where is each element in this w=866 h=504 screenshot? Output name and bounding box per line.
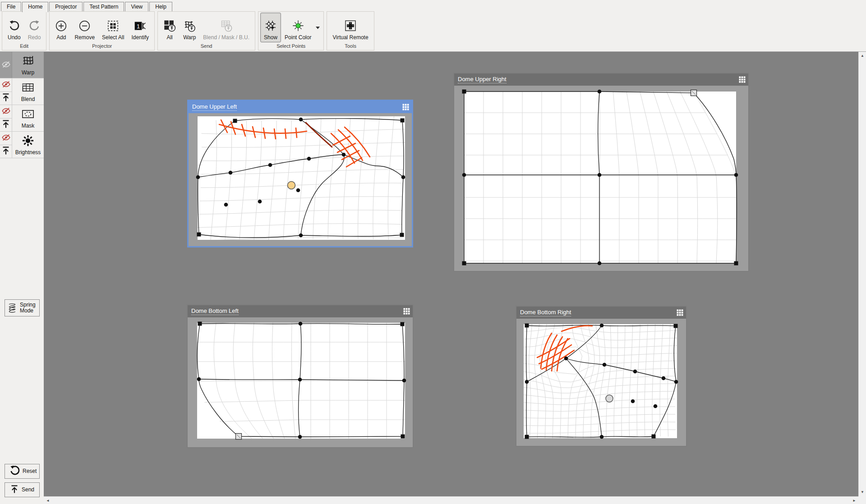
spring-icon xyxy=(7,302,18,315)
tab-test-pattern[interactable]: Test Pattern xyxy=(83,2,124,11)
send-blend-button[interactable] xyxy=(0,92,12,105)
window-title-bar[interactable]: Dome Bottom Right xyxy=(516,307,686,319)
ribbon-group-projector: AddRemoveSelect All1IdentifyProjector xyxy=(49,11,155,50)
grid-icon[interactable] xyxy=(403,308,410,315)
mode-sidebar: WarpBlendMaskBrightness Spring Mode Rese… xyxy=(0,52,44,504)
tab-view[interactable]: View xyxy=(125,2,148,11)
window-title[interactable]: Dome Bottom Left xyxy=(191,307,239,315)
mode-row-blend: Blend xyxy=(0,78,44,105)
show-icon xyxy=(264,17,277,34)
menu-tab-bar: FileHomeProjectorTest PatternViewHelp xyxy=(0,0,866,11)
sidebar-item-warp[interactable]: Warp xyxy=(12,52,44,78)
identify-button[interactable]: 1Identify xyxy=(128,13,152,42)
window-title[interactable]: Dome Upper Left xyxy=(192,103,237,111)
button-label: Point Color xyxy=(285,34,311,41)
warp-mesh-dome-bottom-right[interactable] xyxy=(524,324,677,438)
ribbon-group-send: AllWarpBlend / Mask / B.U.Send xyxy=(157,11,255,50)
ribbon-toolbar: UndoRedoEditAddRemoveSelect All1Identify… xyxy=(0,11,866,52)
add-button[interactable]: Add xyxy=(51,13,71,42)
window-title-bar[interactable]: Dome Upper Left xyxy=(189,101,412,113)
identify-icon: 1 xyxy=(134,17,146,34)
visibility-toggle-brightness[interactable] xyxy=(0,132,12,145)
button-label: Select All xyxy=(102,34,124,41)
eye-hidden-icon xyxy=(1,133,11,144)
reset-button[interactable]: Reset xyxy=(5,464,40,479)
mode-row-mask: Mask xyxy=(0,105,44,132)
projector-window-dome-bottom-right[interactable]: Dome Bottom Right xyxy=(516,306,687,447)
brightness-mode-icon xyxy=(21,134,35,149)
scroll-left-icon[interactable]: ◄ xyxy=(46,499,50,503)
sidebar-item-mask[interactable]: Mask xyxy=(12,105,44,131)
mode-list: WarpBlendMaskBrightness xyxy=(0,52,44,158)
reset-label: Reset xyxy=(23,468,37,474)
warp-mesh-dome-upper-right[interactable] xyxy=(464,92,736,263)
tab-projector[interactable]: Projector xyxy=(49,2,83,11)
projector-window-dome-bottom-left[interactable]: Dome Bottom Left xyxy=(187,304,414,448)
window-title-bar[interactable]: Dome Upper Right xyxy=(454,73,748,86)
send-mask-button[interactable] xyxy=(0,118,12,132)
undo-button[interactable]: Undo xyxy=(4,13,24,42)
point-color-icon xyxy=(292,17,304,34)
ribbon-group-edit: UndoRedoEdit xyxy=(2,11,46,50)
point-color-button[interactable]: Point Color xyxy=(281,13,315,42)
send-up-icon xyxy=(1,92,11,104)
grid-icon[interactable] xyxy=(739,76,746,83)
undo-icon xyxy=(8,17,20,34)
virtual-remote-button[interactable]: Virtual Remote xyxy=(329,13,372,42)
send-up-icon xyxy=(1,119,11,130)
button-label: Remove xyxy=(74,34,95,41)
visibility-toggle-mask[interactable] xyxy=(0,105,12,118)
window-title-bar[interactable]: Dome Bottom Left xyxy=(188,305,413,317)
remove-button[interactable]: Remove xyxy=(71,13,98,42)
scroll-up-icon[interactable]: ▲ xyxy=(861,54,864,58)
sidebar-item-brightness[interactable]: Brightness xyxy=(12,132,44,158)
send-up-icon xyxy=(9,484,19,495)
sidebar-item-blend[interactable]: Blend xyxy=(12,78,44,105)
warp-mesh-dome-bottom-left[interactable] xyxy=(197,323,405,439)
point-color-dropdown-button[interactable] xyxy=(314,13,322,42)
send-label: Send xyxy=(22,487,34,493)
scroll-down-icon[interactable]: ▼ xyxy=(861,490,864,495)
chevron-down-icon xyxy=(316,24,320,31)
vertical-scrollbar[interactable]: ▲ ▼ xyxy=(858,52,866,496)
tab-home[interactable]: Home xyxy=(22,2,48,12)
blend-mode-icon xyxy=(21,81,35,96)
ribbon-group-label: Projector xyxy=(50,42,154,50)
reset-icon xyxy=(9,465,20,477)
tab-file[interactable]: File xyxy=(1,2,21,11)
button-label: Identify xyxy=(131,34,149,41)
send-button[interactable]: Send xyxy=(5,482,40,497)
select-all-button[interactable]: Select All xyxy=(98,13,128,42)
eye-hidden-icon xyxy=(1,79,11,91)
window-title[interactable]: Dome Upper Right xyxy=(458,76,507,83)
visibility-toggle-blend[interactable] xyxy=(0,78,12,92)
tab-help[interactable]: Help xyxy=(149,2,172,11)
eye-hidden-icon xyxy=(1,106,11,117)
show-button[interactable]: Show xyxy=(260,13,281,42)
warp-mesh-dome-upper-left[interactable] xyxy=(198,116,405,240)
virtual-remote-icon xyxy=(344,17,357,34)
redo-button[interactable]: Redo xyxy=(24,13,45,42)
grid-icon[interactable] xyxy=(677,309,683,316)
button-label: Warp xyxy=(183,34,196,41)
horizontal-scrollbar[interactable]: ◄ ► xyxy=(44,496,858,504)
eye-hidden-icon xyxy=(1,60,11,71)
mode-row-brightness: Brightness xyxy=(0,132,44,158)
window-title[interactable]: Dome Bottom Right xyxy=(520,309,571,316)
grid-icon[interactable] xyxy=(402,104,409,110)
projector-window-dome-upper-right[interactable]: Dome Upper Right xyxy=(453,73,749,272)
svg-text:1: 1 xyxy=(137,23,140,29)
send-bmu-icon xyxy=(220,17,233,34)
ribbon-group-label: Select Points xyxy=(258,42,323,50)
warp-mode-icon xyxy=(21,54,35,69)
visibility-toggle-warp[interactable] xyxy=(0,52,12,78)
warp-button[interactable]: Warp xyxy=(180,13,199,42)
scroll-right-icon[interactable]: ► xyxy=(852,499,856,503)
spring-mode-button[interactable]: Spring Mode xyxy=(5,299,40,316)
select-all-icon xyxy=(107,17,119,34)
send-brightness-button[interactable] xyxy=(0,145,12,158)
all-button[interactable]: All xyxy=(160,13,180,42)
projector-window-dome-upper-left[interactable]: Dome Upper Left xyxy=(187,100,413,247)
blend-mask-b-u-button[interactable]: Blend / Mask / B.U. xyxy=(199,13,253,42)
button-label: Add xyxy=(56,34,66,41)
